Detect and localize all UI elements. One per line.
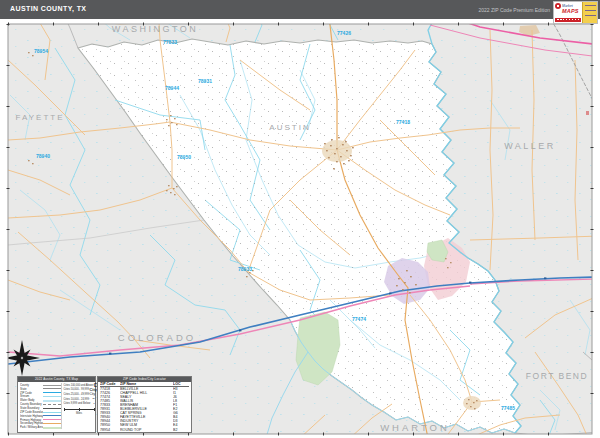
zip-label-77833: 77833	[163, 39, 177, 45]
zip-label-77474: 77474	[352, 316, 366, 322]
publisher-logo: Market MAPS	[553, 1, 598, 24]
city-size-symbol: City	[90, 388, 97, 392]
zip-label-78950: 78950	[177, 154, 191, 160]
zip-label-78931: 78931	[198, 78, 212, 84]
legend: 2022 Austin County, TX Map County State	[17, 376, 96, 433]
col-loc: LOC	[173, 382, 189, 386]
col-zip-code: ZIP Code	[100, 382, 120, 386]
legend-item-swatch	[43, 391, 61, 394]
zip-loc-cell: B2	[173, 428, 189, 432]
legend-item-swatch	[43, 406, 61, 409]
legend-item-swatch	[43, 403, 61, 406]
header-bar: AUSTIN COUNTY, TX 2022 ZIP Code Premium …	[0, 0, 600, 19]
map-sheet: WASHINGTON FAYETTE WALLER AUSTIN COLORAD…	[0, 0, 600, 438]
logo-mark-icon	[555, 3, 561, 9]
map-canvas: WASHINGTON FAYETTE WALLER AUSTIN COLORAD…	[4, 0, 600, 438]
logo-banner	[555, 18, 581, 22]
county-label-austin: AUSTIN	[269, 123, 310, 132]
edition-label: 2022 ZIP Code Premium Edition	[478, 7, 550, 13]
legend-item-swatch	[43, 395, 61, 398]
city-size-label: Cities 100,000 and Above:	[64, 384, 94, 387]
zip-label-78954: 78954	[34, 48, 48, 54]
logo-side-panel	[582, 2, 597, 23]
legend-city-sizes: Cities 100,000 and Above: City Cities 50…	[61, 383, 95, 429]
zip-label-78944: 78944	[165, 85, 179, 91]
zip-label-77485: 77485	[501, 405, 515, 411]
legend-symbol-list: County State ZIP Code Stream	[20, 383, 61, 429]
city-size-label: Cities 9,999 and Below:	[64, 402, 91, 405]
legend-item-swatch	[43, 418, 61, 421]
scale-bar: Miles	[64, 408, 95, 414]
scale-bar-label: Miles	[64, 412, 95, 415]
zip-label-77426: 77426	[337, 30, 351, 36]
legend-item-swatch	[43, 399, 61, 402]
county-label-colorado: COLORADO	[118, 332, 196, 343]
city-size-list: Cities 100,000 and Above: City Cities 50…	[64, 383, 95, 406]
zip-code-cell: 78954	[100, 428, 120, 432]
scale-bar-line	[64, 408, 95, 411]
legend-item-swatch	[43, 414, 61, 417]
city-size-label: Cities 50,000 - 99,999:	[64, 388, 90, 391]
zip-name-cell: ROUND TOP	[120, 428, 173, 432]
city-size-symbol: City	[90, 392, 96, 396]
legend-item-swatch	[43, 387, 61, 390]
county-label-waller: WALLER	[504, 141, 556, 151]
zip-index: ZIP Code Index/City Locator ZIP Code ZIP…	[97, 376, 192, 433]
legend-item-label: Park / Military Area	[20, 425, 43, 429]
legend-item-swatch	[43, 422, 61, 425]
zip-label-77418: 77418	[396, 119, 410, 125]
fortbend-place-area	[594, 362, 600, 380]
city-size-symbol: ••	[92, 397, 94, 401]
logo-brand-bottom: MAPS	[562, 8, 579, 14]
page-title: AUSTIN COUNTY, TX	[10, 5, 86, 12]
legend-item: Park / Military Area	[20, 425, 61, 429]
zip-index-rows: 77418 BELLVILLE H3 77426 CHAPPELL HILL I…	[100, 387, 189, 432]
legend-item-swatch	[43, 383, 61, 386]
city-size-symbol: •	[93, 402, 94, 406]
city-size-row: Cities 9,999 and Below: •	[64, 401, 95, 406]
legend-item-swatch	[43, 410, 61, 413]
zip-label-78933: 78933	[238, 266, 252, 272]
zip-label-78940: 78940	[36, 153, 50, 159]
county-label-washington: WASHINGTON	[112, 24, 199, 34]
col-zip-name: ZIP Name	[120, 382, 173, 386]
zip-index-row: 78954 ROUND TOP B2	[100, 428, 189, 432]
county-map: WASHINGTON FAYETTE WALLER AUSTIN COLORAD…	[0, 0, 600, 438]
logo-brand: Market MAPS	[554, 2, 582, 23]
legend-item-swatch	[43, 426, 61, 429]
county-label-fayette: FAYETTE	[16, 113, 65, 122]
city-size-label: Cities 10,000 - 24,999:	[64, 398, 90, 401]
city-size-label: Cities 25,000 - 49,999:	[64, 393, 90, 396]
waller-place-area	[586, 111, 589, 115]
county-label-fort-bend: FORT BEND	[526, 371, 588, 381]
county-label-wharton: WHARTON	[380, 422, 450, 433]
